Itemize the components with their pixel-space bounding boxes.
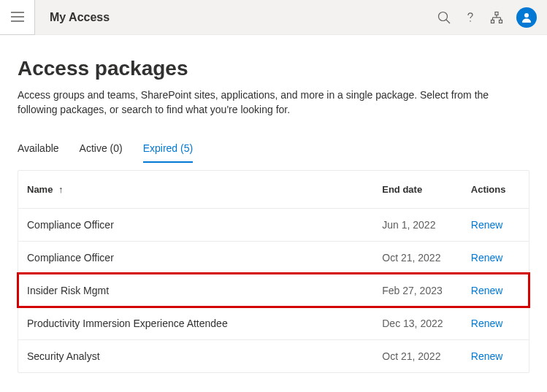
tab-active[interactable]: Active (0) xyxy=(80,138,123,163)
help-icon xyxy=(464,11,477,24)
cell-end-date: Oct 21, 2022 xyxy=(373,339,462,372)
help-button[interactable] xyxy=(464,11,477,24)
svg-line-4 xyxy=(446,20,450,23)
table-row: Security Analyst Oct 21, 2022 Renew xyxy=(18,339,529,372)
tab-expired[interactable]: Expired (5) xyxy=(143,138,193,163)
cell-name[interactable]: Productivity Immersion Experience Attend… xyxy=(18,307,373,339)
user-avatar[interactable] xyxy=(516,7,537,28)
renew-link[interactable]: Renew xyxy=(471,252,503,264)
page-description: Access groups and teams, SharePoint site… xyxy=(18,88,529,118)
column-header-name[interactable]: Name ↑ xyxy=(18,171,373,209)
cell-name[interactable]: Insider Risk Mgmt xyxy=(18,274,373,307)
cell-name[interactable]: Compliance Officer xyxy=(18,241,373,274)
cell-end-date: Oct 21, 2022 xyxy=(373,241,462,274)
top-bar: My Access xyxy=(0,0,547,35)
renew-link[interactable]: Renew xyxy=(471,350,503,362)
tab-available[interactable]: Available xyxy=(18,138,59,163)
column-header-end[interactable]: End date xyxy=(373,171,462,209)
person-icon xyxy=(521,12,532,23)
column-header-actions: Actions xyxy=(462,171,529,209)
svg-point-13 xyxy=(524,13,529,18)
cell-end-date: Dec 13, 2022 xyxy=(373,307,462,339)
hamburger-icon xyxy=(11,12,24,22)
content-area: Access packages Access groups and teams,… xyxy=(0,35,547,373)
table-row-highlighted: Insider Risk Mgmt Feb 27, 2023 Renew xyxy=(18,274,529,307)
svg-point-3 xyxy=(439,12,448,20)
access-packages-table: Name ↑ End date Actions Compliance Offic… xyxy=(18,170,529,373)
cell-end-date: Feb 27, 2023 xyxy=(373,274,462,307)
table-row: Compliance Officer Oct 21, 2022 Renew xyxy=(18,241,529,274)
menu-button[interactable] xyxy=(0,0,35,35)
sort-ascending-icon: ↑ xyxy=(58,184,64,195)
renew-link[interactable]: Renew xyxy=(471,318,503,329)
app-title: My Access xyxy=(50,11,110,24)
sitemap-button[interactable] xyxy=(490,11,503,24)
svg-rect-8 xyxy=(500,20,502,23)
table-header-row: Name ↑ End date Actions xyxy=(18,171,529,209)
svg-point-5 xyxy=(470,20,471,22)
svg-rect-6 xyxy=(495,12,498,15)
renew-link[interactable]: Renew xyxy=(471,285,503,296)
sitemap-icon xyxy=(490,11,503,24)
svg-rect-7 xyxy=(491,20,494,23)
table-row: Productivity Immersion Experience Attend… xyxy=(18,307,529,339)
column-header-name-label: Name xyxy=(27,184,53,195)
table-row: Compliance Officer Jun 1, 2022 Renew xyxy=(18,208,529,241)
tabs: Available Active (0) Expired (5) xyxy=(18,138,529,163)
cell-name[interactable]: Security Analyst xyxy=(18,339,373,372)
renew-link[interactable]: Renew xyxy=(471,219,503,231)
search-icon xyxy=(437,11,451,24)
page-title: Access packages xyxy=(18,57,529,80)
top-right-icons xyxy=(437,7,547,28)
cell-name[interactable]: Compliance Officer xyxy=(18,208,373,241)
search-button[interactable] xyxy=(437,11,451,24)
cell-end-date: Jun 1, 2022 xyxy=(373,208,462,241)
